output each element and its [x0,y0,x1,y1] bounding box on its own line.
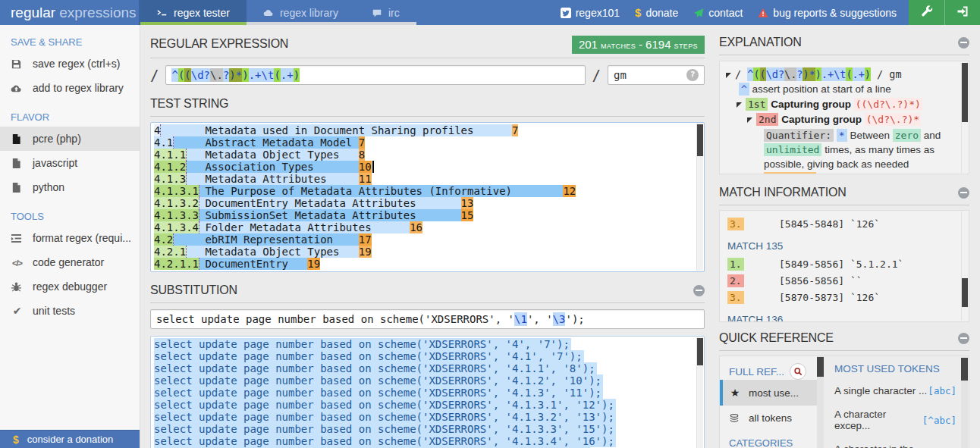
sidebar-item-javascript[interactable]: javascript [0,151,140,175]
scrollbar-thumb[interactable] [697,338,703,365]
scrollbar-thumb[interactable] [961,358,968,381]
test-string-line: 4.1.3.1 The Purpose of Metadata Attribut… [154,185,704,197]
sidebar-item-label: code generator [33,256,104,268]
sidebar-item-code-generator[interactable]: </>code generator [0,250,140,274]
scrollbar-thumb[interactable] [962,278,968,307]
sidebar-item-python[interactable]: python [0,175,140,199]
test-string-line: 4.1.3.4 Folder Metadata Attributes 16 [154,221,704,233]
nav-link-label: donate [645,7,678,19]
substitution-segment: select update page number based on schem… [156,312,514,326]
explanation-scrollbar [961,62,968,173]
match-group-row[interactable]: 1.[5849-5856] `5.1.2.1` [727,255,961,272]
match-group3-highlight: 12 [563,185,576,197]
collapse-substitution-icon[interactable] [693,285,705,296]
cloud-upload-icon [11,83,24,94]
cloud-icon [263,8,274,18]
match-information-header: MATCH INFORMATION [719,186,969,205]
quick-ref-item-all-tokens[interactable]: all tokens [720,406,817,431]
token-chip: ^ [739,83,749,96]
quick-reference-scrollbar [961,357,968,448]
quick-ref-item-most-use[interactable]: ★most use... [720,380,817,406]
nav-link-contact[interactable]: contact [693,7,743,19]
tab-label: irc [388,7,400,19]
regex-pattern-input[interactable]: ^((\d?\.?)*).+\t(.+) [165,65,585,85]
full-reference-link[interactable]: FULL REF... [720,363,817,380]
app-logo[interactable]: regular expressions 101 [0,0,140,25]
scrollbar-thumb[interactable] [817,357,824,377]
reference-token-row[interactable]: A single character ...[abc] [834,379,956,403]
test-string-editor[interactable]: 4 Metadata used in Document Sharing prof… [150,122,705,272]
flags-help-icon[interactable] [686,69,699,81]
regex-token: ) [294,68,300,82]
regex-open-delimiter: / [150,67,159,83]
section-title-substitution: SUBSTITUTION [150,284,237,297]
match-highlight: Folder Metadata Attributes [199,221,410,233]
substitution-result-line: select update page number based on schem… [154,411,704,423]
scrollbar-thumb[interactable] [962,63,968,122]
match-header: MATCH 135 [727,240,961,252]
nav-link-regex101[interactable]: regex101 [561,7,620,19]
sidebar-item-save-regex-ctrl-s[interactable]: save regex (ctrl+s) [0,52,140,76]
regex-token: \. [210,68,223,82]
substitution-result-line: select update page number based on schem… [154,338,704,350]
collapse-explanation-icon[interactable] [958,37,969,49]
main-column: REGULAR EXPRESSION 201matches - 6194step… [140,25,715,448]
substitution-header: SUBSTITUTION [150,284,705,303]
sidebar-item-add-to-regex-library[interactable]: add to regex library [0,76,140,100]
sidebar-item-format-regex-requi[interactable]: format regex (requi... [0,226,140,250]
regex-token: ) [242,68,248,82]
sign-in-icon-button[interactable] [944,0,980,25]
match-group-row[interactable]: 2.[5856-5856] `` [727,272,961,289]
scrollbar-thumb[interactable] [697,124,703,156]
collapse-caret-icon[interactable] [747,117,752,123]
regex-token: ( [846,67,852,81]
substitution-input[interactable]: select update page number based on schem… [150,309,705,329]
tab-regex-library[interactable]: regex library [247,0,355,25]
right-column: EXPLANATION / ^((\d?\.?)*).+\t(.+) / gm^… [715,25,980,448]
sidebar-item-label: add to regex library [33,82,124,94]
send-icon [693,8,704,18]
consider-donation-button[interactable]: $ consider a donation [0,430,140,448]
explanation-header: EXPLANATION [719,36,969,55]
match-range-value: [5845-5848] `126` [779,218,880,230]
collapse-match-info-icon[interactable] [958,187,969,199]
code-icon: </> [11,256,24,268]
text-cursor [372,161,374,173]
nav-link-bug-reports-suggestions[interactable]: bug reports & suggestions [758,7,897,19]
match-group-row[interactable]: 3.[5845-5848] `126` [727,215,961,232]
nav-links: regex101$donatecontactbug reports & sugg… [561,0,909,25]
sidebar-item-label: regex debugger [33,280,107,293]
collapse-quick-reference-icon[interactable] [958,333,969,344]
nav-link-donate[interactable]: $donate [635,6,678,19]
match-group3-highlight: 10 [359,161,372,173]
match-group-row[interactable]: 3.[5870-5873] `126` [727,289,961,305]
match-info-scrollbar [961,211,968,321]
match-group1-highlight: 4.2.1 [154,246,187,258]
match-group1-highlight: 4.1.1 [154,149,187,161]
collapse-caret-icon[interactable] [726,73,731,78]
indent-icon [11,233,24,244]
match-highlight: Metadata Object Types [187,246,359,258]
collapse-caret-icon[interactable] [737,102,742,108]
substitution-scrollbar [696,337,703,448]
wrench-icon-button[interactable] [909,0,944,25]
tab-label: regex library [280,7,338,19]
sidebar-item-pcre-php[interactable]: pcre (php) [0,127,140,151]
regex-token: ) [803,67,809,81]
explanation-group-row: 1st Capturing group ((\d?\.?)*) [726,97,956,112]
sidebar-section-title: SAVE & SHARE [0,25,140,52]
search-icon[interactable] [790,363,806,380]
match-group1-highlight: 4.1 [154,136,174,149]
tab-irc[interactable]: irc [355,0,416,25]
dollar-icon: $ [635,6,641,19]
group-number-chip: 1st [746,98,768,111]
sidebar-item-unit-tests[interactable]: ✔unit tests [0,299,140,323]
sidebar-item-regex-debugger[interactable]: regex debugger [0,274,140,299]
regex-flags-input[interactable]: gm [608,65,705,85]
test-string-line: 4 Metadata used in Document Sharing prof… [154,124,704,136]
reference-token-row[interactable]: A character excep...[^abc] [834,403,956,437]
match-group1-highlight: 4.1.3.3 [154,209,199,221]
tab-regex-tester[interactable]: regex tester [140,0,247,25]
reference-token-row[interactable]: A character in the r...[a-z] [834,437,956,448]
test-string-line: 4.2 ebRIM Representation 17 [154,233,704,246]
